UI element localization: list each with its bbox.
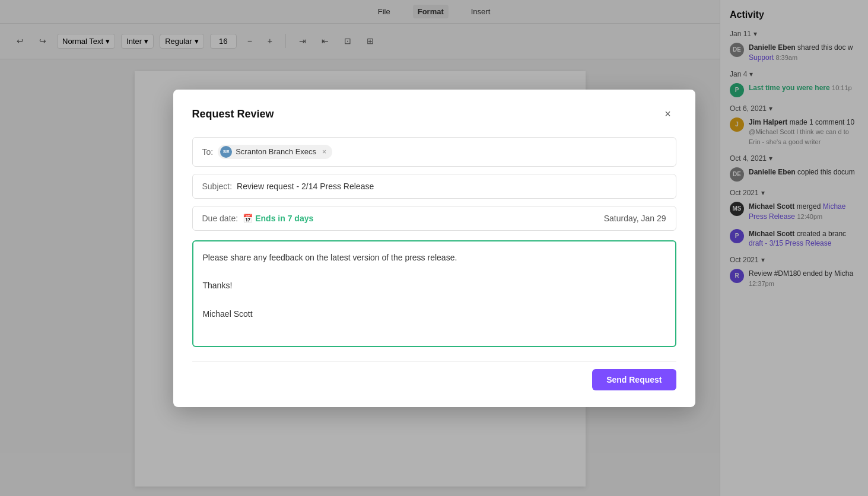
recipient-avatar: SE	[220, 146, 232, 158]
modal-overlay[interactable]: Request Review × To: SE Scranton Branch …	[0, 0, 868, 496]
recipient-name: Scranton Branch Execs	[236, 147, 316, 156]
ends-in-badge: 📅 Ends in 7 days	[243, 214, 313, 223]
send-request-button[interactable]: Send Request	[592, 369, 676, 390]
subject-field[interactable]: Subject: Review request - 2/14 Press Rel…	[192, 174, 676, 199]
subject-value: Review request - 2/14 Press Release	[237, 182, 374, 191]
recipient-chip[interactable]: SE Scranton Branch Execs ×	[218, 145, 332, 159]
to-field: To: SE Scranton Branch Execs ×	[192, 137, 676, 167]
to-label: To:	[202, 147, 214, 157]
calendar-icon: 📅	[243, 214, 253, 223]
modal-footer: Send Request	[192, 361, 676, 390]
due-date-field[interactable]: Due date: 📅 Ends in 7 days Saturday, Jan…	[192, 206, 676, 231]
remove-recipient-button[interactable]: ×	[322, 148, 326, 156]
due-date-value: Saturday, Jan 29	[604, 214, 666, 223]
request-review-modal: Request Review × To: SE Scranton Branch …	[173, 90, 695, 407]
message-textarea[interactable]: Please share any feedback on the latest …	[192, 240, 676, 347]
modal-title: Request Review	[192, 108, 274, 120]
modal-header: Request Review ×	[192, 106, 676, 123]
subject-label: Subject:	[202, 182, 233, 191]
close-button[interactable]: ×	[660, 106, 676, 123]
due-date-label: Due date:	[202, 214, 239, 223]
